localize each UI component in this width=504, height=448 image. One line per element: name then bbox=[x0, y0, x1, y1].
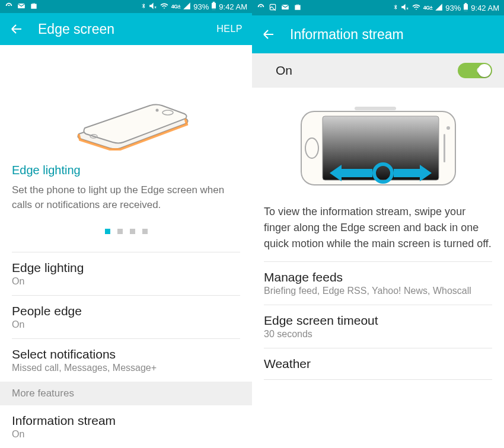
pager-dots[interactable] bbox=[12, 212, 240, 247]
signal-icon bbox=[183, 2, 191, 11]
divider bbox=[264, 379, 492, 380]
hero-card[interactable]: Edge lighting Set the phone to light up … bbox=[0, 45, 252, 252]
svg-rect-15 bbox=[444, 134, 445, 162]
status-bar-right: 4G± 93% 9:42 AM bbox=[252, 0, 504, 15]
wifi-icon bbox=[160, 2, 169, 11]
hero-desc: Set the phone to light up the Edge scree… bbox=[12, 183, 240, 212]
svg-rect-7 bbox=[270, 4, 275, 9]
item-sub: On bbox=[12, 276, 240, 287]
section-more-features: More features bbox=[0, 382, 252, 405]
svg-rect-17 bbox=[355, 107, 396, 110]
toggle-label: On bbox=[276, 63, 292, 78]
status-icons-right: 4G± 93% 9:42 AM bbox=[393, 3, 499, 12]
hero-title: Edge lighting bbox=[12, 164, 240, 177]
hero-card: To view the information stream, swipe yo… bbox=[252, 88, 504, 261]
setting-select-notifications[interactable]: Select notifications Missed call, Messag… bbox=[0, 339, 252, 382]
item-title: Edge screen timeout bbox=[264, 313, 492, 328]
setting-manage-feeds[interactable]: Manage feeds Briefing feed, Edge RSS, Ya… bbox=[252, 262, 504, 305]
setting-edge-lighting[interactable]: Edge lighting On bbox=[0, 252, 252, 295]
item-title: Weather bbox=[264, 357, 492, 371]
item-sub: 30 seconds bbox=[264, 329, 492, 340]
svg-point-5 bbox=[155, 109, 158, 112]
briefcase-icon bbox=[30, 2, 38, 11]
help-button[interactable]: HELP bbox=[216, 24, 243, 34]
hero-illustration bbox=[264, 95, 492, 204]
setting-people-edge[interactable]: People edge On bbox=[0, 296, 252, 338]
bluetooth-icon bbox=[393, 3, 398, 12]
item-title: People edge bbox=[12, 304, 240, 318]
screenshot-icon bbox=[269, 3, 277, 12]
status-icons-left bbox=[5, 2, 38, 11]
item-title: Manage feeds bbox=[264, 270, 492, 284]
item-sub: On bbox=[12, 319, 240, 330]
app-bar-left: Edge screen HELP bbox=[0, 13, 252, 45]
page-title: Information stream bbox=[290, 27, 495, 43]
item-sub: On bbox=[12, 429, 240, 440]
switch-text: ON bbox=[477, 66, 487, 75]
mail-icon bbox=[17, 2, 26, 11]
battery-icon bbox=[211, 2, 216, 11]
battery-text: 93% bbox=[193, 2, 209, 11]
signal-icon bbox=[435, 3, 443, 12]
setting-information-stream[interactable]: Information stream On bbox=[0, 405, 252, 448]
item-sub: Missed call, Messages, Message+ bbox=[12, 363, 240, 373]
status-icons-left bbox=[257, 3, 302, 12]
clock-text: 9:42 AM bbox=[471, 4, 499, 12]
status-bar-left: 4G± 93% 9:42 AM bbox=[0, 0, 252, 13]
svg-rect-3 bbox=[212, 8, 216, 9]
briefcase-icon bbox=[294, 3, 302, 12]
setting-edge-timeout[interactable]: Edge screen timeout 30 seconds bbox=[252, 305, 504, 348]
back-icon[interactable] bbox=[261, 27, 276, 41]
mute-icon bbox=[401, 3, 409, 12]
screen-edge: 4G± 93% 9:42 AM Edge screen HELP bbox=[0, 0, 252, 448]
clock-text: 9:42 AM bbox=[219, 2, 247, 11]
back-icon[interactable] bbox=[9, 22, 24, 36]
item-title: Information stream bbox=[12, 414, 240, 428]
hero-illustration bbox=[12, 57, 240, 164]
svg-rect-11 bbox=[464, 9, 468, 11]
battery-text: 93% bbox=[445, 4, 461, 12]
connection-icon bbox=[5, 2, 13, 11]
screen-infostream: 4G± 93% 9:42 AM Information stream On ON bbox=[252, 0, 504, 448]
pager-dot[interactable] bbox=[117, 229, 123, 234]
pager-dot[interactable] bbox=[142, 229, 148, 234]
app-bar-right: Information stream bbox=[252, 15, 504, 53]
lte-icon: 4G± bbox=[171, 4, 180, 9]
master-switch[interactable]: ON bbox=[458, 63, 492, 78]
svg-rect-10 bbox=[465, 3, 467, 4]
status-icons-right: 4G± 93% 9:42 AM bbox=[141, 2, 247, 11]
item-title: Select notifications bbox=[12, 347, 240, 361]
page-title: Edge screen bbox=[38, 21, 202, 37]
battery-icon bbox=[463, 3, 468, 12]
master-toggle-row[interactable]: On ON bbox=[252, 53, 504, 88]
item-title: Edge lighting bbox=[12, 261, 240, 275]
svg-point-16 bbox=[446, 126, 450, 130]
mute-icon bbox=[149, 2, 157, 11]
hero-desc: To view the information stream, swipe yo… bbox=[264, 204, 492, 252]
lte-icon: 4G± bbox=[423, 5, 432, 11]
mail-icon bbox=[280, 3, 290, 12]
pager-dot[interactable] bbox=[105, 229, 110, 234]
pager-dot[interactable] bbox=[130, 229, 135, 234]
svg-rect-2 bbox=[213, 2, 215, 3]
connection-icon bbox=[257, 3, 265, 12]
bluetooth-icon bbox=[141, 2, 146, 11]
wifi-icon bbox=[412, 3, 421, 12]
setting-weather[interactable]: Weather bbox=[252, 348, 504, 379]
item-sub: Briefing feed, Edge RSS, Yahoo! News, Wh… bbox=[264, 286, 492, 296]
